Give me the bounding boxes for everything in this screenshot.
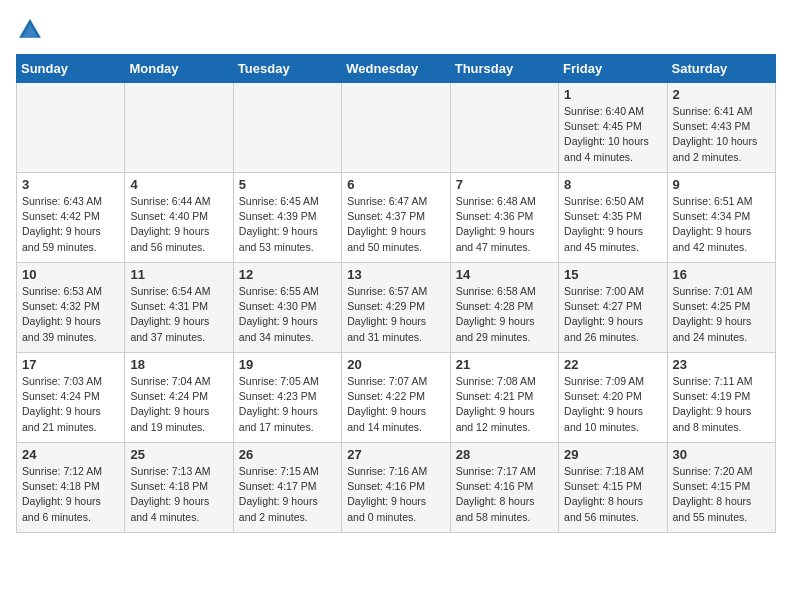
calendar-cell: 6Sunrise: 6:47 AMSunset: 4:37 PMDaylight… — [342, 173, 450, 263]
week-row-1: 1Sunrise: 6:40 AMSunset: 4:45 PMDaylight… — [17, 83, 776, 173]
day-number: 27 — [347, 447, 444, 462]
week-row-4: 17Sunrise: 7:03 AMSunset: 4:24 PMDayligh… — [17, 353, 776, 443]
day-info: Sunrise: 7:17 AMSunset: 4:16 PMDaylight:… — [456, 464, 553, 525]
calendar-cell: 20Sunrise: 7:07 AMSunset: 4:22 PMDayligh… — [342, 353, 450, 443]
calendar-cell — [450, 83, 558, 173]
day-info: Sunrise: 7:20 AMSunset: 4:15 PMDaylight:… — [673, 464, 770, 525]
calendar-cell: 4Sunrise: 6:44 AMSunset: 4:40 PMDaylight… — [125, 173, 233, 263]
day-info: Sunrise: 6:58 AMSunset: 4:28 PMDaylight:… — [456, 284, 553, 345]
day-number: 23 — [673, 357, 770, 372]
week-row-2: 3Sunrise: 6:43 AMSunset: 4:42 PMDaylight… — [17, 173, 776, 263]
calendar-cell: 9Sunrise: 6:51 AMSunset: 4:34 PMDaylight… — [667, 173, 775, 263]
day-info: Sunrise: 7:16 AMSunset: 4:16 PMDaylight:… — [347, 464, 444, 525]
calendar-cell: 2Sunrise: 6:41 AMSunset: 4:43 PMDaylight… — [667, 83, 775, 173]
day-number: 11 — [130, 267, 227, 282]
day-number: 21 — [456, 357, 553, 372]
logo — [16, 16, 48, 44]
day-info: Sunrise: 6:51 AMSunset: 4:34 PMDaylight:… — [673, 194, 770, 255]
day-info: Sunrise: 6:48 AMSunset: 4:36 PMDaylight:… — [456, 194, 553, 255]
day-number: 18 — [130, 357, 227, 372]
calendar-cell: 26Sunrise: 7:15 AMSunset: 4:17 PMDayligh… — [233, 443, 341, 533]
week-row-3: 10Sunrise: 6:53 AMSunset: 4:32 PMDayligh… — [17, 263, 776, 353]
calendar-cell: 3Sunrise: 6:43 AMSunset: 4:42 PMDaylight… — [17, 173, 125, 263]
logo-icon — [16, 16, 44, 44]
calendar-cell: 8Sunrise: 6:50 AMSunset: 4:35 PMDaylight… — [559, 173, 667, 263]
day-info: Sunrise: 7:15 AMSunset: 4:17 PMDaylight:… — [239, 464, 336, 525]
day-info: Sunrise: 7:04 AMSunset: 4:24 PMDaylight:… — [130, 374, 227, 435]
calendar-cell: 11Sunrise: 6:54 AMSunset: 4:31 PMDayligh… — [125, 263, 233, 353]
calendar-cell: 25Sunrise: 7:13 AMSunset: 4:18 PMDayligh… — [125, 443, 233, 533]
day-number: 7 — [456, 177, 553, 192]
day-info: Sunrise: 7:00 AMSunset: 4:27 PMDaylight:… — [564, 284, 661, 345]
day-info: Sunrise: 6:55 AMSunset: 4:30 PMDaylight:… — [239, 284, 336, 345]
calendar-cell: 18Sunrise: 7:04 AMSunset: 4:24 PMDayligh… — [125, 353, 233, 443]
day-number: 26 — [239, 447, 336, 462]
day-info: Sunrise: 6:54 AMSunset: 4:31 PMDaylight:… — [130, 284, 227, 345]
calendar-cell: 14Sunrise: 6:58 AMSunset: 4:28 PMDayligh… — [450, 263, 558, 353]
calendar-cell: 22Sunrise: 7:09 AMSunset: 4:20 PMDayligh… — [559, 353, 667, 443]
day-info: Sunrise: 7:13 AMSunset: 4:18 PMDaylight:… — [130, 464, 227, 525]
day-number: 13 — [347, 267, 444, 282]
day-info: Sunrise: 7:03 AMSunset: 4:24 PMDaylight:… — [22, 374, 119, 435]
day-number: 16 — [673, 267, 770, 282]
day-number: 8 — [564, 177, 661, 192]
header-sunday: Sunday — [17, 55, 125, 83]
header-monday: Monday — [125, 55, 233, 83]
calendar-cell: 29Sunrise: 7:18 AMSunset: 4:15 PMDayligh… — [559, 443, 667, 533]
day-info: Sunrise: 7:08 AMSunset: 4:21 PMDaylight:… — [456, 374, 553, 435]
day-number: 28 — [456, 447, 553, 462]
calendar-cell: 23Sunrise: 7:11 AMSunset: 4:19 PMDayligh… — [667, 353, 775, 443]
day-info: Sunrise: 6:50 AMSunset: 4:35 PMDaylight:… — [564, 194, 661, 255]
day-number: 6 — [347, 177, 444, 192]
day-number: 15 — [564, 267, 661, 282]
day-info: Sunrise: 6:57 AMSunset: 4:29 PMDaylight:… — [347, 284, 444, 345]
day-number: 10 — [22, 267, 119, 282]
day-number: 25 — [130, 447, 227, 462]
calendar-cell — [342, 83, 450, 173]
day-info: Sunrise: 6:41 AMSunset: 4:43 PMDaylight:… — [673, 104, 770, 165]
day-number: 2 — [673, 87, 770, 102]
calendar-cell — [17, 83, 125, 173]
calendar-cell: 12Sunrise: 6:55 AMSunset: 4:30 PMDayligh… — [233, 263, 341, 353]
header-friday: Friday — [559, 55, 667, 83]
day-number: 5 — [239, 177, 336, 192]
calendar-table: SundayMondayTuesdayWednesdayThursdayFrid… — [16, 54, 776, 533]
calendar-cell: 30Sunrise: 7:20 AMSunset: 4:15 PMDayligh… — [667, 443, 775, 533]
day-info: Sunrise: 7:01 AMSunset: 4:25 PMDaylight:… — [673, 284, 770, 345]
day-info: Sunrise: 6:43 AMSunset: 4:42 PMDaylight:… — [22, 194, 119, 255]
day-number: 24 — [22, 447, 119, 462]
day-info: Sunrise: 7:12 AMSunset: 4:18 PMDaylight:… — [22, 464, 119, 525]
calendar-cell: 24Sunrise: 7:12 AMSunset: 4:18 PMDayligh… — [17, 443, 125, 533]
day-number: 20 — [347, 357, 444, 372]
day-number: 14 — [456, 267, 553, 282]
day-info: Sunrise: 6:53 AMSunset: 4:32 PMDaylight:… — [22, 284, 119, 345]
calendar-cell — [233, 83, 341, 173]
day-number: 3 — [22, 177, 119, 192]
day-number: 9 — [673, 177, 770, 192]
calendar-cell: 1Sunrise: 6:40 AMSunset: 4:45 PMDaylight… — [559, 83, 667, 173]
day-info: Sunrise: 6:45 AMSunset: 4:39 PMDaylight:… — [239, 194, 336, 255]
day-number: 29 — [564, 447, 661, 462]
day-info: Sunrise: 6:44 AMSunset: 4:40 PMDaylight:… — [130, 194, 227, 255]
day-info: Sunrise: 7:18 AMSunset: 4:15 PMDaylight:… — [564, 464, 661, 525]
calendar-cell: 7Sunrise: 6:48 AMSunset: 4:36 PMDaylight… — [450, 173, 558, 263]
calendar-cell: 17Sunrise: 7:03 AMSunset: 4:24 PMDayligh… — [17, 353, 125, 443]
week-row-5: 24Sunrise: 7:12 AMSunset: 4:18 PMDayligh… — [17, 443, 776, 533]
calendar-cell: 13Sunrise: 6:57 AMSunset: 4:29 PMDayligh… — [342, 263, 450, 353]
header-tuesday: Tuesday — [233, 55, 341, 83]
day-number: 12 — [239, 267, 336, 282]
header-wednesday: Wednesday — [342, 55, 450, 83]
day-info: Sunrise: 7:07 AMSunset: 4:22 PMDaylight:… — [347, 374, 444, 435]
calendar-cell: 21Sunrise: 7:08 AMSunset: 4:21 PMDayligh… — [450, 353, 558, 443]
day-number: 22 — [564, 357, 661, 372]
day-number: 4 — [130, 177, 227, 192]
calendar-cell — [125, 83, 233, 173]
day-info: Sunrise: 7:05 AMSunset: 4:23 PMDaylight:… — [239, 374, 336, 435]
day-number: 19 — [239, 357, 336, 372]
calendar-cell: 16Sunrise: 7:01 AMSunset: 4:25 PMDayligh… — [667, 263, 775, 353]
header-saturday: Saturday — [667, 55, 775, 83]
header-thursday: Thursday — [450, 55, 558, 83]
page-header — [16, 16, 776, 44]
calendar-header-row: SundayMondayTuesdayWednesdayThursdayFrid… — [17, 55, 776, 83]
calendar-cell: 5Sunrise: 6:45 AMSunset: 4:39 PMDaylight… — [233, 173, 341, 263]
